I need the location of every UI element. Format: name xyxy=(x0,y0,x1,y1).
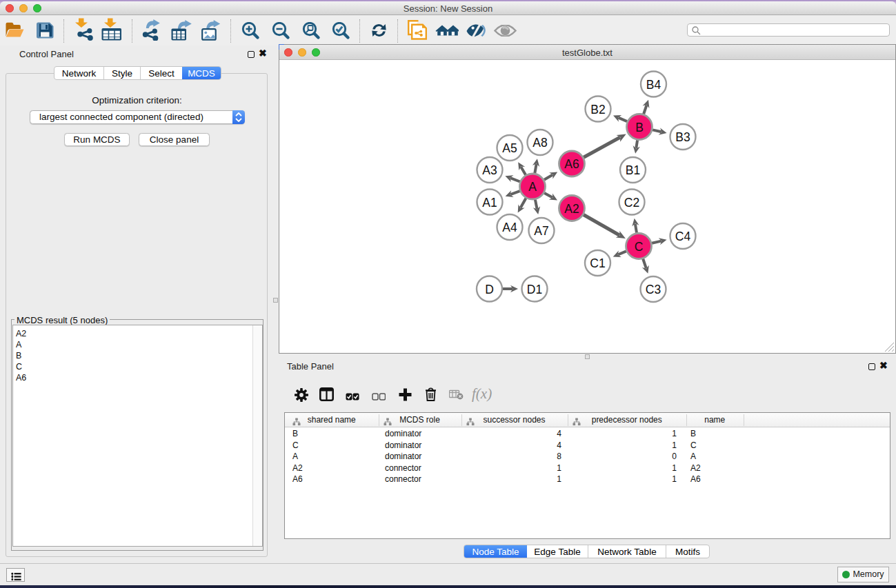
svg-text:A6: A6 xyxy=(564,157,579,171)
svg-text:C4: C4 xyxy=(675,230,691,243)
svg-text:B3: B3 xyxy=(675,130,690,144)
svg-text:B1: B1 xyxy=(626,163,640,177)
svg-text:D1: D1 xyxy=(527,283,542,296)
svg-text:A3: A3 xyxy=(482,163,497,177)
svg-text:B: B xyxy=(635,121,644,134)
svg-text:A7: A7 xyxy=(534,224,548,238)
svg-text:A2: A2 xyxy=(564,202,579,216)
svg-text:A8: A8 xyxy=(532,136,547,150)
svg-text:C1: C1 xyxy=(590,256,605,270)
svg-text:B2: B2 xyxy=(590,103,605,116)
svg-text:A4: A4 xyxy=(502,221,517,234)
svg-text:C3: C3 xyxy=(646,283,661,296)
svg-text:A1: A1 xyxy=(482,196,497,210)
svg-text:D: D xyxy=(485,283,494,296)
svg-text:A5: A5 xyxy=(502,141,517,155)
svg-text:B4: B4 xyxy=(646,78,661,92)
svg-text:C2: C2 xyxy=(624,196,639,210)
svg-text:A: A xyxy=(528,180,537,194)
svg-text:C: C xyxy=(635,240,644,254)
